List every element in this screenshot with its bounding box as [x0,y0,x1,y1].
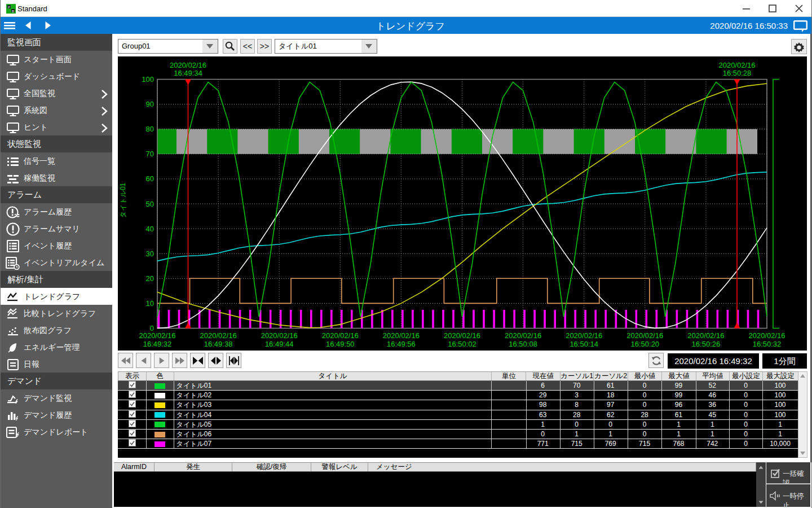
svg-text:16:50:26: 16:50:26 [692,340,721,348]
svg-text:16:50:28: 16:50:28 [723,69,752,77]
svg-text:20: 20 [146,274,154,283]
svg-text:100: 100 [142,75,154,84]
svg-text:16:49:50: 16:49:50 [326,340,355,348]
svg-text:16:49:38: 16:49:38 [204,340,233,348]
svg-text:2020/02/16: 2020/02/16 [718,61,755,69]
svg-text:2020/02/16: 2020/02/16 [626,331,663,340]
svg-text:30: 30 [146,249,154,258]
svg-text:70: 70 [146,150,154,158]
svg-text:2020/02/16: 2020/02/16 [170,61,206,69]
svg-text:16:49:56: 16:49:56 [387,340,416,348]
svg-text:2020/02/16: 2020/02/16 [322,331,359,340]
svg-text:2020/02/16: 2020/02/16 [261,331,298,340]
svg-text:80: 80 [146,125,154,133]
svg-text:16:49:32: 16:49:32 [143,340,172,348]
svg-text:P: P [8,6,10,9]
svg-text:タイトル01: タイトル01 [119,182,127,218]
svg-text:2020/02/16: 2020/02/16 [444,331,480,340]
svg-text:16:50:14: 16:50:14 [570,340,598,348]
svg-text:16:50:08: 16:50:08 [509,340,537,348]
svg-text:2020/02/16: 2020/02/16 [200,331,237,340]
svg-text:B: B [12,10,14,13]
svg-text:10: 10 [146,299,154,308]
svg-text:50: 50 [146,200,154,208]
svg-text:16:50:20: 16:50:20 [630,340,659,348]
svg-text:40: 40 [146,225,154,233]
svg-text:16:49:34: 16:49:34 [174,69,202,77]
svg-text:60: 60 [146,174,154,183]
svg-text:2020/02/16: 2020/02/16 [566,331,602,340]
svg-text:2020/02/16: 2020/02/16 [505,331,541,340]
svg-text:2020/02/16: 2020/02/16 [687,331,724,340]
svg-text:16:50:02: 16:50:02 [448,340,476,348]
svg-text:2020/02/16: 2020/02/16 [748,331,785,340]
svg-text:16:50:32: 16:50:32 [753,340,782,348]
svg-text:2020/02/16: 2020/02/16 [383,331,420,340]
svg-text:2020/02/16: 2020/02/16 [139,331,175,340]
svg-text:90: 90 [146,100,154,108]
svg-text:16:49:44: 16:49:44 [265,340,294,348]
